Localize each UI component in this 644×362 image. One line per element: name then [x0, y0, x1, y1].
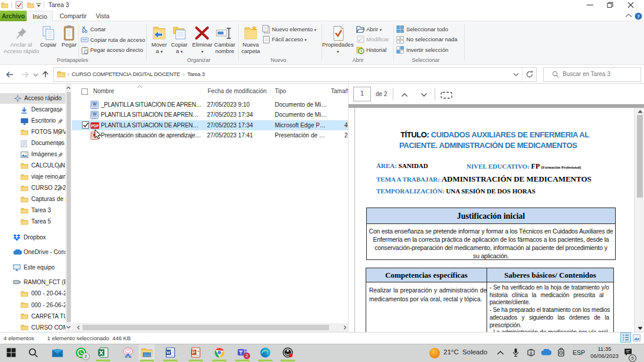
- svg-text:?: ?: [637, 14, 640, 19]
